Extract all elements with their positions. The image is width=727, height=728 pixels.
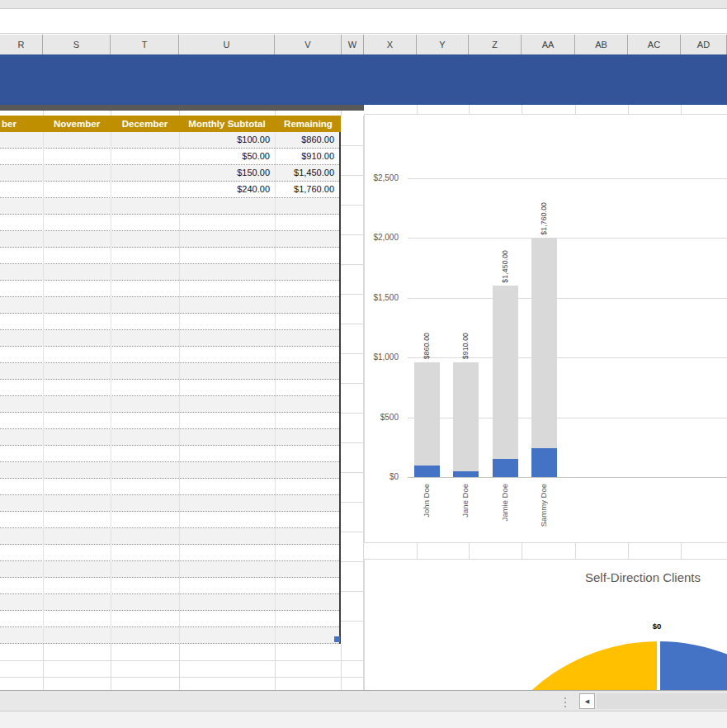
table-row[interactable] — [0, 264, 339, 281]
table-row[interactable] — [0, 545, 339, 561]
scroll-left-button[interactable]: ◀ — [579, 693, 595, 709]
table-row[interactable] — [0, 248, 339, 264]
table-row[interactable] — [0, 198, 339, 215]
sheet-gridline — [522, 543, 522, 559]
table-row[interactable] — [0, 314, 339, 330]
sheet-gridline — [43, 644, 44, 690]
table-header-cell[interactable]: ber — [0, 116, 43, 132]
column-header[interactable]: AD — [681, 35, 727, 54]
table-row[interactable]: $240.00$1,760.00 — [0, 182, 339, 198]
pie-chart[interactable]: Self-Direction Clients $0 — [364, 560, 727, 690]
table-row[interactable] — [0, 462, 339, 479]
table-row[interactable] — [0, 627, 339, 644]
table-header-cell[interactable]: Remaining — [275, 116, 342, 132]
table-row[interactable]: $50.00$910.00 — [0, 149, 339, 165]
cell-monthly-subtotal[interactable]: $240.00 — [179, 182, 275, 197]
bar-segment-subtotal — [414, 466, 440, 477]
table-row[interactable] — [0, 578, 339, 594]
sheet-gridline — [681, 105, 682, 114]
sheet-cells-column-w[interactable] — [341, 116, 364, 644]
bar-sammy-doe[interactable] — [531, 238, 557, 477]
sheet-gridline — [341, 294, 363, 295]
column-header[interactable]: W — [342, 35, 364, 54]
scrollbar-resize-dots[interactable] — [564, 697, 566, 707]
column-header[interactable]: Z — [469, 35, 522, 54]
bar-john-doe[interactable] — [414, 362, 440, 477]
scrollbar-thumb[interactable] — [597, 693, 727, 709]
table-row[interactable] — [0, 495, 339, 512]
table-column-separator — [43, 132, 44, 642]
table-column-separator — [275, 132, 276, 642]
table-row[interactable] — [0, 611, 339, 627]
stacked-bar-chart[interactable]: $0$500$1,000$1,500$2,000$2,500$860.00Joh… — [364, 115, 727, 542]
cell-monthly-subtotal[interactable]: $100.00 — [179, 132, 275, 148]
table-header-cell[interactable]: December — [111, 116, 179, 132]
column-header[interactable]: Y — [417, 35, 469, 54]
bar-jane-doe[interactable] — [453, 362, 479, 477]
column-header[interactable]: AA — [522, 35, 575, 54]
table-row[interactable] — [0, 380, 339, 396]
column-header[interactable]: R — [0, 35, 43, 54]
table-row[interactable] — [0, 479, 339, 495]
table-row[interactable] — [0, 561, 339, 578]
table-row[interactable] — [0, 396, 339, 413]
sheet-gridline — [341, 532, 363, 532]
cell-remaining[interactable]: $910.00 — [275, 149, 339, 164]
table-row[interactable] — [0, 231, 339, 248]
cell-remaining[interactable]: $1,760.00 — [275, 182, 339, 197]
table-row[interactable] — [0, 528, 339, 545]
bar-segment-remaining — [493, 286, 518, 459]
table-row[interactable] — [0, 297, 339, 314]
formula-bar-area[interactable] — [0, 10, 727, 34]
column-header[interactable]: T — [111, 35, 179, 54]
budget-table[interactable]: $100.00$860.00$50.00$910.00$150.00$1,450… — [0, 132, 341, 644]
table-row[interactable] — [0, 363, 339, 380]
bar-value-label: $860.00 — [423, 333, 431, 359]
bar-value-label: $1,450.00 — [501, 250, 509, 283]
table-row[interactable] — [0, 347, 339, 363]
table-row[interactable] — [0, 429, 339, 446]
table-row[interactable] — [0, 594, 339, 611]
table-row[interactable] — [0, 512, 339, 528]
sheet-cells-right-top[interactable] — [364, 105, 727, 115]
table-row[interactable] — [0, 330, 339, 347]
table-row[interactable] — [0, 446, 339, 462]
column-header[interactable]: AB — [575, 35, 628, 54]
sheet-gridline — [341, 145, 363, 146]
column-header[interactable]: U — [179, 35, 275, 54]
horizontal-scrollbar[interactable]: ◀ — [0, 690, 727, 711]
chart-gridline — [408, 178, 727, 179]
table-row[interactable] — [0, 215, 339, 231]
cell-remaining[interactable]: $860.00 — [275, 132, 339, 148]
sheet-cells-right-middle[interactable] — [364, 542, 727, 560]
column-header[interactable]: S — [43, 35, 111, 54]
cell-remaining[interactable]: $1,450.00 — [275, 165, 339, 181]
sheet-cells-below-table[interactable] — [0, 644, 364, 690]
sheet-gridline — [469, 105, 470, 114]
table-row[interactable]: $150.00$1,450.00 — [0, 165, 339, 182]
table-row[interactable] — [0, 413, 339, 429]
table-row[interactable]: $100.00$860.00 — [0, 132, 339, 149]
table-row[interactable] — [0, 281, 339, 297]
chart-gridline — [408, 238, 727, 239]
table-header-cell[interactable]: November — [43, 116, 111, 132]
sheet-gridline — [341, 205, 363, 206]
category-label: John Doe — [422, 484, 431, 518]
scroll-left-arrow-icon: ◀ — [585, 698, 589, 705]
sheet-gridline — [341, 175, 363, 176]
column-header[interactable]: X — [364, 35, 417, 54]
cell-monthly-subtotal[interactable]: $50.00 — [179, 149, 275, 164]
pie-graphic — [470, 641, 727, 690]
chart-gridline — [408, 477, 727, 478]
cell-monthly-subtotal[interactable]: $150.00 — [179, 165, 275, 181]
column-header[interactable]: AC — [628, 35, 681, 54]
table-resize-handle[interactable] — [334, 636, 340, 642]
bar-jamie-doe[interactable] — [493, 286, 518, 477]
ribbon-bottom-strip — [0, 0, 727, 9]
column-header[interactable]: V — [275, 35, 342, 54]
table-header-cell[interactable]: Monthly Subtotal — [179, 116, 275, 132]
sheet-gridline — [341, 502, 363, 503]
y-axis-tick-label: $0 — [365, 472, 399, 481]
sheet-gridline — [681, 543, 682, 559]
table-column-separator — [111, 132, 111, 642]
